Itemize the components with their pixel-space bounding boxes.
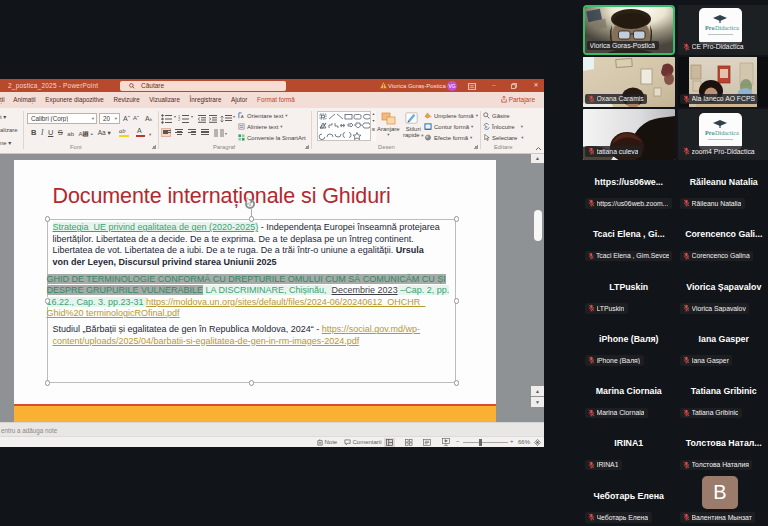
arrange-button[interactable]: Aranjare▾ [377, 126, 400, 137]
participant-tile-14[interactable]: Iana GasperIana Gasper [678, 318, 768, 369]
notes-toggle-button[interactable]: Note [317, 439, 337, 446]
select-button[interactable]: Selectare▾ [483, 134, 524, 141]
zoom-slider-thumb[interactable] [479, 439, 482, 446]
find-button[interactable]: Găsire [483, 112, 510, 119]
font-color-dropdown[interactable]: ▾ [149, 130, 151, 139]
participant-tile-5[interactable]: tatiana culeva [583, 109, 675, 160]
align-right-button[interactable] [187, 128, 197, 137]
normal-view-button[interactable] [384, 438, 395, 447]
grow-font-button[interactable]: Aˆ [123, 114, 130, 123]
underline-button[interactable]: U [48, 128, 53, 137]
participant-tile-9[interactable]: Tcaci Elena , Gi...Tcaci Elena , Gim.Șev… [583, 214, 675, 265]
participant-tile-11[interactable]: LTPuskinLTPuskin [583, 266, 675, 317]
handle-bottom-right[interactable] [454, 380, 460, 386]
participant-tile-18[interactable]: Толстова Натал...Толстова Наталия [678, 423, 768, 474]
highlight-color-button[interactable]: ab [119, 127, 129, 137]
notes-bar[interactable]: entru a adăuga note [0, 422, 544, 436]
participant-tile-8[interactable]: Răileanu NataliaRăileanu Natalia [678, 161, 768, 212]
columns-button[interactable]: ▾ [213, 129, 227, 138]
char-spacing-button[interactable]: A₞ ▾ [79, 131, 94, 137]
handle-bottom-middle[interactable] [249, 380, 255, 386]
participant-tile-4[interactable]: Ala Ianeco AO FCPS [678, 57, 768, 108]
align-left-button[interactable] [161, 128, 171, 137]
minimize-button[interactable]: – [486, 79, 502, 92]
zoom-percent[interactable]: 66% [518, 439, 530, 445]
italic-button[interactable]: I [41, 128, 44, 137]
bold-button[interactable]: B [31, 128, 36, 137]
participant-tile-19[interactable]: Чеботарь ЕленаЧеботарь Елена [583, 475, 675, 526]
font-name-combo[interactable]: Calibri (Corp)▾ [27, 113, 97, 124]
collapse-ribbon-chevron[interactable] [535, 146, 542, 151]
previous-slide-button[interactable]: ▲ [531, 386, 544, 396]
align-text-button[interactable]: Aliniere text▾ [238, 123, 283, 130]
account-avatar[interactable]: VG [447, 81, 457, 91]
shape-fill-button[interactable]: Umplere formă▾ [424, 112, 478, 119]
slide-sorter-view-button[interactable] [403, 438, 414, 447]
ribbon-tab--ii[interactable]: ții [0, 96, 9, 103]
comments-toggle-button[interactable]: Comentarii [344, 439, 382, 446]
shape-outline-button[interactable]: Contur formă▾ [424, 123, 473, 130]
replace-button[interactable]: bÎnlocuire▾ [483, 123, 523, 130]
ribbon-tab-vizualizare[interactable]: Vizualizare [144, 96, 184, 103]
font-size-combo[interactable]: 20▾ [99, 113, 120, 124]
ribbon-options-icon[interactable] [468, 83, 476, 90]
slide-title[interactable]: Documente internaționale si Ghiduri [53, 184, 391, 209]
participant-tile-1[interactable]: Viorica Goraș-Postică [583, 5, 675, 56]
shapes-gallery-scrollbar[interactable]: ▲ ▼ ☰ [370, 111, 376, 141]
justify-button[interactable] [200, 128, 210, 137]
vertical-scrollbar[interactable]: ▲ ▲ ▼ [531, 154, 544, 423]
handle-middle-right[interactable] [454, 298, 460, 304]
slide-canvas[interactable]: Documente internaționale si Ghiduri Stra… [14, 160, 496, 423]
ribbon-tab-revizuire[interactable]: Revizuire [109, 96, 145, 103]
handle-top-right[interactable] [454, 216, 460, 222]
share-button[interactable]: Partajare [501, 96, 535, 103]
ribbon-tab--nregistrare[interactable]: Înregistrare [185, 96, 226, 103]
ribbon-tab-anima-ii[interactable]: Animații [9, 96, 41, 103]
convert-smartart-button[interactable]: Conversie la SmartArt [238, 134, 306, 141]
zoom-out-button[interactable]: − [456, 438, 460, 444]
participant-tile-2[interactable]: ProDidacticaCE Pro-Didactica [678, 5, 768, 56]
fit-to-window-icon[interactable] [534, 439, 541, 446]
account-user-name[interactable]: Viorica Goraș-Postica [388, 83, 446, 89]
participant-tile-13[interactable]: iPhone (Валя)iPhone (Валя) [583, 318, 675, 369]
restore-button[interactable] [511, 83, 517, 89]
participant-tile-20[interactable]: BВалентина Мынзат [678, 475, 768, 526]
participant-tile-17[interactable]: IRINA1IRINA1 [583, 423, 675, 474]
participant-tile-12[interactable]: Viorica ȘapavalovViorica Șapavalov [678, 266, 768, 317]
shadow-button[interactable]: ab [67, 131, 74, 137]
shrink-font-button[interactable]: Aˇ [133, 114, 139, 123]
paragraf-dialog-launcher[interactable] [305, 145, 309, 149]
font-dialog-launcher[interactable] [152, 145, 156, 149]
list-indent-icons[interactable]: ▾ 12 ▾ ▾ [161, 114, 237, 124]
participant-tile-15[interactable]: Marina CiornaiaMarina Ciornaia [583, 371, 675, 422]
handle-top-left[interactable] [45, 216, 51, 222]
zoom-slider-track[interactable] [463, 442, 508, 443]
scroll-up-button[interactable]: ▲ [531, 154, 544, 163]
scrollbar-thumb[interactable] [534, 210, 542, 241]
desen-dialog-launcher[interactable] [474, 145, 478, 149]
ribbon-tab-format-form-[interactable]: Format formă [252, 96, 299, 103]
handle-middle-left[interactable] [45, 298, 51, 304]
search-box[interactable]: Căutare [120, 81, 286, 91]
handle-bottom-left[interactable] [45, 380, 51, 386]
text-direction-button[interactable]: AOrientare text▾ [238, 112, 288, 119]
clear-formatting-button[interactable]: Aₖ [145, 114, 153, 123]
participant-tile-10[interactable]: Corencenco Gali...Corencenco Galina [678, 214, 768, 265]
participant-tile-6[interactable]: ProDidacticazoom4 Pro-Didactica [678, 109, 768, 160]
shape-effects-button[interactable]: Efecte formă▾ [424, 134, 472, 141]
change-case-button[interactable]: Aa ▾ [98, 129, 111, 137]
close-button[interactable]: ✕ [528, 79, 544, 92]
ribbon-tab-ajutor[interactable]: Ajutor [226, 96, 252, 103]
participant-tile-7[interactable]: https://us06we...https://us06web.zoom... [583, 161, 675, 212]
slideshow-view-button[interactable] [440, 438, 451, 447]
strikethrough-button[interactable]: S [58, 128, 63, 137]
align-center-button[interactable] [174, 128, 184, 137]
zoom-in-button[interactable]: + [510, 438, 514, 444]
font-color-button[interactable]: A [136, 127, 145, 137]
reading-view-button[interactable] [421, 438, 432, 447]
participant-tile-3[interactable]: Oxana Caramis [583, 57, 675, 108]
next-slide-button[interactable]: ▼ [531, 397, 544, 407]
ribbon-tab-expunere-diapozitive[interactable]: Expunere diapozitive [41, 96, 109, 103]
participant-tile-16[interactable]: Tatiana GribinicTatiana Gribinic [678, 371, 768, 422]
handle-top-middle[interactable] [249, 216, 255, 222]
